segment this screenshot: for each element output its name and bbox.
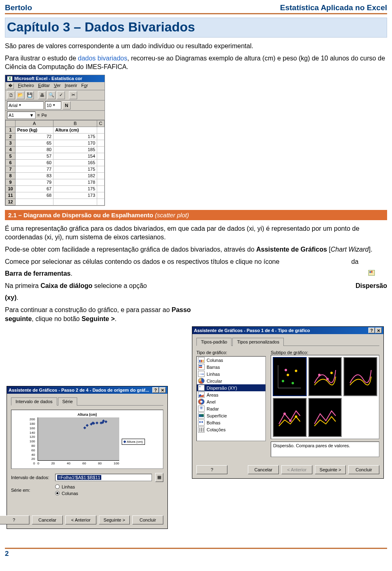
excel-window: X Microsoft Excel - Estatística cor � FF… (5, 75, 105, 206)
next-button[interactable]: Seguinte > (315, 465, 346, 474)
type-bolhas[interactable]: Bolhas (197, 419, 265, 426)
cell[interactable]: 170 (53, 140, 97, 146)
excel-doc-icon[interactable]: � (7, 83, 14, 89)
col-C[interactable]: C (97, 120, 105, 127)
row-hdr[interactable]: 12 (6, 199, 16, 205)
help-button[interactable]: ? (196, 465, 227, 474)
row-hdr[interactable]: 3 (6, 140, 16, 146)
close-icon[interactable]: ✕ (159, 387, 166, 393)
row-hdr[interactable]: 2 (6, 133, 16, 140)
tab-tipos-padrao[interactable]: Tipos-padrão (196, 338, 232, 346)
new-icon[interactable]: 🗋 (7, 91, 15, 99)
excel-grid[interactable]: A B C 1Peso (kg)Altura (cm) 272175 36517… (5, 120, 105, 205)
cell[interactable]: Peso (kg) (16, 127, 53, 133)
type-radar[interactable]: Radar (197, 405, 265, 412)
cell[interactable]: 57 (16, 153, 53, 159)
menu-ficheiro[interactable]: FFicheiroicheiro (18, 83, 34, 89)
cell[interactable]: 178 (53, 179, 97, 185)
cell[interactable]: 60 (16, 159, 53, 166)
cell[interactable]: 165 (53, 159, 97, 166)
spellcheck-icon[interactable]: ✓ (57, 91, 65, 99)
type-barras[interactable]: Barras (197, 364, 265, 370)
name-box[interactable]: A1▼ (7, 112, 36, 119)
next-button[interactable]: Seguinte > (99, 515, 130, 524)
cell[interactable]: 175 (53, 166, 97, 172)
data-range-input[interactable]: =Folha1!$A$1:$B$11 (55, 474, 152, 481)
open-icon[interactable]: 📂 (16, 91, 24, 99)
cell[interactable]: 68 (16, 192, 53, 199)
type-cotacoes[interactable]: Cotações (197, 426, 265, 433)
radio-colunas[interactable]: Colunas (55, 491, 78, 496)
radio-linhas[interactable]: Linhas (55, 484, 78, 489)
row-hdr[interactable]: 4 (6, 146, 16, 153)
menu-inserir[interactable]: Inserir (65, 83, 77, 89)
preview-icon[interactable]: 🔍 (47, 91, 56, 99)
help-icon[interactable]: ? (368, 328, 375, 333)
back-button[interactable]: < Anterior (281, 465, 312, 474)
chart-type-list[interactable]: Colunas Barras Linhas Circular Dispersão… (196, 356, 266, 441)
cancel-button[interactable]: Cancelar (32, 515, 63, 524)
row-hdr[interactable]: 10 (6, 185, 16, 192)
help-button[interactable]: ? (0, 515, 29, 524)
close-icon[interactable]: ✕ (375, 328, 382, 333)
cell[interactable]: Altura (cm) (53, 127, 97, 133)
tab-serie[interactable]: Série (58, 397, 78, 406)
menu-formatar[interactable]: For (81, 83, 88, 89)
row-hdr[interactable]: 9 (6, 179, 16, 185)
chart-wizard-icon[interactable] (368, 270, 375, 276)
back-button[interactable]: < Anterior (65, 515, 96, 524)
formula-value[interactable]: Pe (41, 113, 47, 118)
cell[interactable]: 79 (16, 179, 53, 185)
row-hdr[interactable]: 11 (6, 192, 16, 199)
finish-button[interactable]: Concluir (132, 515, 163, 524)
cell[interactable]: 72 (16, 133, 53, 140)
row-hdr[interactable]: 5 (6, 153, 16, 159)
type-anel[interactable]: Anel (197, 398, 265, 405)
col-B[interactable]: B (53, 120, 97, 127)
cell[interactable]: 80 (16, 146, 53, 153)
dialog-title-bar[interactable]: Assistente de Gráficos - Passo 1 de 4 - … (192, 327, 383, 334)
cell[interactable]: 77 (16, 166, 53, 172)
type-linhas[interactable]: Linhas (197, 370, 265, 377)
cell[interactable]: 175 (53, 133, 97, 140)
row-hdr[interactable]: 6 (6, 159, 16, 166)
font-combo[interactable]: Arial▼ (7, 101, 44, 109)
subtype-scatter-lines-markers[interactable] (273, 398, 307, 437)
dialog-title-bar[interactable]: Assistente de Gráficos - Passo 2 de 4 - … (7, 386, 167, 394)
help-icon[interactable]: ? (152, 387, 159, 393)
cell[interactable]: 173 (53, 192, 97, 199)
tab-intervalo-dados[interactable]: Intervalo de dados (11, 397, 57, 406)
bold-icon[interactable]: N (62, 101, 71, 109)
tab-tipos-personalizados[interactable]: Tipos personalizados (232, 338, 284, 346)
cut-icon[interactable]: ✂ (69, 91, 77, 99)
cell[interactable]: 83 (16, 172, 53, 179)
type-circular[interactable]: Circular (197, 377, 265, 384)
cell[interactable]: 182 (53, 172, 97, 179)
type-areas[interactable]: Áreas (197, 391, 265, 398)
subtype-scatter-markers[interactable] (273, 357, 307, 396)
type-superficie[interactable]: Superfície (197, 412, 265, 419)
cell[interactable]: 154 (53, 153, 97, 159)
cell[interactable]: 185 (53, 146, 97, 153)
type-dispersao-xy[interactable]: Dispersão (XY) (197, 384, 265, 391)
cell[interactable]: 67 (16, 185, 53, 192)
cancel-button[interactable]: Cancelar (248, 465, 279, 474)
font-size-combo[interactable]: 10▼ (45, 101, 61, 109)
subtype-scatter-lines[interactable] (308, 398, 342, 437)
range-selector-icon[interactable]: ▦ (155, 473, 163, 482)
print-icon[interactable]: 🖶 (38, 91, 46, 99)
cell[interactable]: 175 (53, 185, 97, 192)
row-hdr[interactable]: 8 (6, 172, 16, 179)
menu-editar[interactable]: Editar (38, 83, 50, 89)
type-colunas[interactable]: Colunas (197, 357, 265, 364)
row-hdr[interactable]: 1 (6, 127, 16, 133)
row-hdr[interactable]: 7 (6, 166, 16, 172)
menu-ver[interactable]: Ver (54, 83, 61, 89)
cell[interactable]: 65 (16, 140, 53, 146)
corner-cell[interactable] (6, 120, 16, 127)
subtype-scatter-smooth-markers[interactable] (308, 357, 342, 396)
finish-button[interactable]: Concluir (348, 465, 379, 474)
col-A[interactable]: A (16, 120, 53, 127)
subtype-scatter-smooth[interactable] (343, 357, 377, 396)
save-icon[interactable]: 💾 (26, 91, 34, 99)
